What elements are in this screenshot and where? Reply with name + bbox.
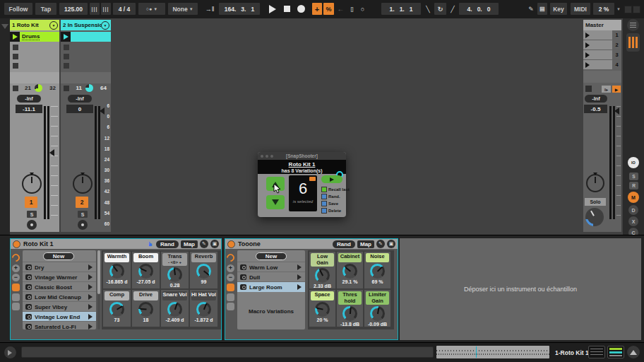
pan-knob[interactable] (586, 174, 604, 192)
device-tooone[interactable]: Tooone Rand Map ✎ ▣ + − New Warm Low Dul… (225, 238, 398, 340)
cue-volume-knob[interactable] (585, 208, 604, 226)
checkbox-icon[interactable] (321, 187, 327, 192)
variation-row[interactable]: Dull (237, 272, 305, 282)
scene-4[interactable]: 4 (583, 60, 621, 69)
macro-variations-icon[interactable] (11, 252, 22, 264)
punch-in-icon[interactable]: ╲ (423, 3, 433, 15)
loop-start-display[interactable]: 1. 1. 1 (381, 3, 421, 15)
loop-button[interactable]: ↻ (434, 3, 446, 15)
follow-tempo-button[interactable]: Follow (4, 3, 32, 15)
map-button[interactable]: Map (357, 240, 374, 248)
time-signature-display[interactable]: 4 / 4 (113, 3, 136, 15)
drum-rack-view-icon[interactable] (626, 33, 640, 52)
clip-stop-button[interactable] (13, 86, 18, 91)
option-delete[interactable]: Delete (321, 208, 341, 214)
show-devices-toggle[interactable] (12, 303, 20, 310)
clip-play-button[interactable] (61, 32, 71, 42)
follow-arrangement-icon[interactable]: ‖▸ (602, 86, 611, 93)
macro-knob[interactable] (342, 264, 357, 279)
macro-knob[interactable] (370, 306, 385, 321)
option-recall-last[interactable]: Recall last (321, 187, 350, 192)
macro-knob[interactable] (109, 302, 124, 317)
cpu-meter[interactable]: 2 % (593, 3, 614, 15)
clip-stop-button[interactable] (13, 45, 18, 50)
recall-play-button[interactable] (321, 175, 342, 183)
play-button[interactable] (267, 3, 278, 15)
add-macro-button[interactable]: + (227, 264, 234, 272)
variation-row[interactable]: Low Mid Cleanup (23, 291, 96, 302)
edit-icon[interactable]: ✎ (200, 240, 208, 248)
clip-slot-playing[interactable]: Drums (10, 32, 59, 42)
scene-1[interactable]: 1 (583, 30, 621, 40)
show-macros-toggle[interactable] (12, 284, 20, 291)
macro-knob[interactable] (315, 268, 330, 283)
randomize-button[interactable]: Rand (156, 240, 179, 248)
macro-knob[interactable] (167, 302, 182, 317)
macro-knob[interactable] (342, 306, 357, 321)
device-title-bar[interactable]: Tooone Rand Map ✎ ▣ (225, 239, 398, 249)
randomize-button[interactable]: Rand (333, 240, 355, 248)
device-roto-kit[interactable]: Roto Kit 1 ☛ Rand Map ✎ ▣ + − New Dry Vi… (10, 238, 222, 340)
returns-section-toggle[interactable]: R (629, 182, 638, 189)
empty-scene-slot[interactable] (583, 71, 621, 83)
show-macros-toggle[interactable] (227, 284, 234, 291)
stop-button[interactable] (281, 3, 292, 15)
scene-2[interactable]: 2 (583, 40, 621, 49)
device-view-selector[interactable] (588, 346, 605, 358)
punch-out-icon[interactable]: ╱ (448, 3, 458, 15)
back-to-arrangement-button[interactable]: ▶ (612, 86, 621, 93)
scene-3[interactable]: 3 (583, 50, 621, 59)
checkbox-icon[interactable] (321, 194, 327, 199)
volume-fader-handle[interactable] (614, 107, 619, 115)
macro-variations-icon[interactable] (225, 252, 237, 264)
launch-icon[interactable] (88, 284, 95, 290)
variation-row[interactable]: Dry (23, 262, 96, 272)
macro-knob[interactable] (138, 302, 153, 317)
variation-row[interactable]: Large Room (237, 281, 305, 292)
solo-button[interactable]: S (27, 211, 37, 218)
launch-icon[interactable] (297, 274, 304, 280)
detail-view-toggle[interactable] (627, 346, 640, 358)
clip-play-button[interactable] (10, 32, 20, 42)
variation-row[interactable]: Saturated Lo-Fi (23, 321, 96, 329)
chevron-down-icon[interactable]: ▼ (49, 21, 58, 30)
tempo-display[interactable]: 125.00 (59, 3, 88, 15)
draw-mode-icon[interactable]: ✎ (526, 3, 536, 15)
empty-clip-slot[interactable] (61, 72, 111, 83)
clip-stop-button[interactable] (13, 54, 18, 59)
volume-value[interactable]: -11.1 (16, 105, 42, 113)
io-section-toggle[interactable]: IO (628, 157, 639, 168)
variation-row[interactable]: Vintage Low End (23, 311, 96, 322)
launch-icon[interactable] (88, 294, 95, 300)
clip-stop-button[interactable] (64, 63, 69, 69)
chevron-down-icon[interactable]: ▼ (616, 3, 621, 15)
new-variation-button[interactable]: New (43, 252, 74, 260)
track-delay-toggle[interactable]: D (628, 205, 638, 215)
scrollbar[interactable] (97, 250, 100, 329)
clip-stop-button[interactable] (64, 54, 69, 59)
show-chains-toggle[interactable] (227, 293, 234, 301)
option-rand[interactable]: Rand. (321, 194, 340, 199)
peak-level-display[interactable]: -Inf (68, 95, 92, 103)
device-title-bar[interactable]: Roto Kit 1 ☛ Rand Map ✎ ▣ (11, 239, 221, 249)
pan-knob[interactable] (22, 174, 42, 194)
device-activator[interactable] (13, 240, 20, 248)
variation-row[interactable]: Warm Low (237, 262, 305, 272)
metronome-button[interactable]: ○●▼ (138, 3, 165, 15)
launch-icon[interactable] (88, 274, 95, 280)
device-drop-area[interactable]: Déposer ici un instrument ou échantillon (400, 238, 641, 340)
macro-knob[interactable] (109, 264, 124, 279)
clip-slot-playing[interactable] (61, 32, 111, 42)
macro-knob[interactable] (196, 302, 211, 317)
volume-value[interactable]: 0 (66, 105, 93, 113)
mixer-section-toggle[interactable]: M (628, 192, 639, 203)
scene-launch-icon[interactable] (585, 52, 590, 58)
clip-slot[interactable] (61, 44, 111, 52)
scene-launch-icon[interactable] (585, 42, 590, 48)
scene-launch-icon[interactable] (585, 33, 590, 38)
stop-all-clips-button[interactable] (585, 86, 592, 92)
clip-slot[interactable] (61, 62, 111, 70)
show-chains-toggle[interactable] (12, 293, 20, 301)
empty-clip-slot[interactable] (10, 72, 59, 83)
key-map-button[interactable]: Key (550, 3, 567, 15)
